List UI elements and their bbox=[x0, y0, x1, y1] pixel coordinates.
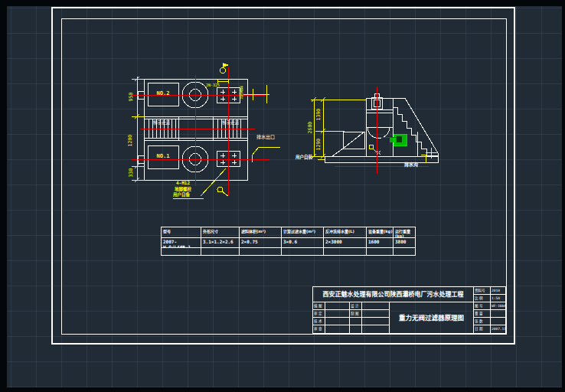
tb-info-label: 资料号 bbox=[474, 287, 491, 295]
tb-blank bbox=[362, 302, 390, 310]
tb-label: 制 图 bbox=[350, 310, 362, 318]
tb-info-label: 张 数 bbox=[474, 318, 491, 325]
spec-header: 计算过滤水量(m³) bbox=[282, 227, 324, 238]
left-margin bbox=[0, 0, 7, 392]
tb-info-value: 2010 bbox=[491, 287, 505, 295]
spec-empty-cell bbox=[282, 248, 324, 256]
spec-value: 3×0.6 bbox=[282, 238, 324, 248]
plan-dim-950: 950 bbox=[129, 88, 134, 106]
spec-header: 滤料体积(m³) bbox=[240, 227, 282, 238]
company-project: 西安正魅水处理有限公司陕西灞桥电厂污水处理工程 bbox=[313, 287, 474, 302]
tb-info-label: 图 号 bbox=[474, 302, 491, 310]
tb-info-label: 比 例 bbox=[474, 295, 491, 302]
spec-value: 3.1×1.2×2.6 bbox=[201, 238, 240, 248]
plan-dim-330: 330 bbox=[129, 164, 134, 182]
anchor-bolt-callout: 4-M12 bbox=[176, 181, 190, 186]
anchor-bolt-note-1: 地脚螺栓 bbox=[175, 187, 191, 191]
spec-empty-cell bbox=[324, 248, 367, 256]
tb-label bbox=[350, 325, 362, 333]
tb-label: 技 术 bbox=[313, 318, 325, 325]
spec-empty-cell bbox=[201, 248, 240, 256]
spec-value: 2007-W.Q/L4#B-1 bbox=[162, 238, 201, 248]
spec-value: 2×3000 bbox=[324, 238, 367, 248]
top-margin bbox=[0, 0, 565, 6]
tb-label: 描 图 bbox=[313, 302, 325, 310]
drawing-title: 重力无阀过滤器原理图 bbox=[390, 302, 474, 333]
tb-blank bbox=[325, 302, 350, 310]
elev-dim-lower: 1290 bbox=[316, 134, 322, 155]
flange-size-note: 2N-325 bbox=[206, 83, 220, 88]
tb-info-label: 重 量 bbox=[474, 310, 491, 318]
plan-unit-top-label: NO.2 bbox=[148, 91, 178, 97]
tb-blank bbox=[362, 318, 390, 325]
tb-blank bbox=[325, 325, 350, 333]
tb-info-value: WF-10A4-2 bbox=[491, 302, 505, 310]
spec-header: 外形尺寸 bbox=[201, 227, 240, 238]
tb-info-label: 日 期 bbox=[474, 325, 491, 333]
spec-header: 运行重量(kg) bbox=[394, 227, 416, 238]
spec-value: 2×0.75 bbox=[240, 238, 282, 248]
inlet-pipe-label: 进水管 bbox=[239, 86, 243, 113]
walkway-left-label: 梯子走道 bbox=[147, 120, 176, 125]
tb-info-value bbox=[491, 310, 505, 318]
elevation-view bbox=[311, 87, 438, 174]
spec-value: 3800 bbox=[394, 238, 416, 248]
tb-label bbox=[350, 318, 362, 325]
spec-header: 型号 bbox=[162, 227, 201, 238]
tb-blank bbox=[362, 325, 390, 333]
spec-empty-cell bbox=[162, 248, 201, 256]
title-block: 西安正魅水处理有限公司陕西灞桥电厂污水处理工程 描 图 设 计 审 定 制 图 … bbox=[312, 286, 506, 334]
tb-info-value: 1:50 bbox=[491, 295, 505, 302]
plan-dim-1200: 1200 bbox=[128, 130, 133, 152]
install-note: 用户自装 bbox=[296, 155, 312, 159]
tb-info-value: 2007.11 bbox=[491, 325, 505, 333]
cad-model-space[interactable]: NO.2 NO.1 梯子走道 梯子走道 950 1200 330 2N-325 … bbox=[0, 0, 565, 392]
spec-header: 设备重量(kg) bbox=[367, 227, 394, 238]
spec-empty-cell bbox=[394, 248, 416, 256]
tb-blank bbox=[325, 310, 350, 318]
spec-header: 反冲洗排水量(L) bbox=[324, 227, 367, 238]
elev-drain-label: 排水沟 bbox=[404, 162, 418, 168]
elev-dim-overall: 2680 bbox=[308, 117, 313, 139]
tb-info-value bbox=[491, 318, 505, 325]
spec-empty-cell bbox=[240, 248, 282, 256]
spec-value: 1600 bbox=[367, 238, 394, 248]
plan-drain-label: 排水出口 bbox=[256, 135, 275, 140]
elev-dim-upper: 1390 bbox=[316, 104, 322, 126]
right-margin bbox=[562, 0, 565, 392]
tb-label: 审 查 bbox=[313, 325, 325, 333]
bottom-margin bbox=[0, 387, 565, 392]
valve-box bbox=[390, 134, 407, 145]
tb-blank bbox=[325, 318, 350, 325]
anchor-bolt-note-2: 用户自备 bbox=[173, 192, 190, 197]
spec-table: 型号 外形尺寸 滤料体积(m³) 计算过滤水量(m³) 反冲洗排水量(L) 设备… bbox=[161, 227, 416, 256]
tb-label: 设 计 bbox=[350, 302, 362, 310]
plan-unit-bottom-label: NO.1 bbox=[148, 154, 178, 160]
walkway-right-label: 梯子走道 bbox=[216, 120, 245, 125]
tb-blank bbox=[362, 310, 390, 318]
spec-empty-cell bbox=[367, 248, 394, 256]
tb-label: 审 定 bbox=[313, 310, 325, 318]
